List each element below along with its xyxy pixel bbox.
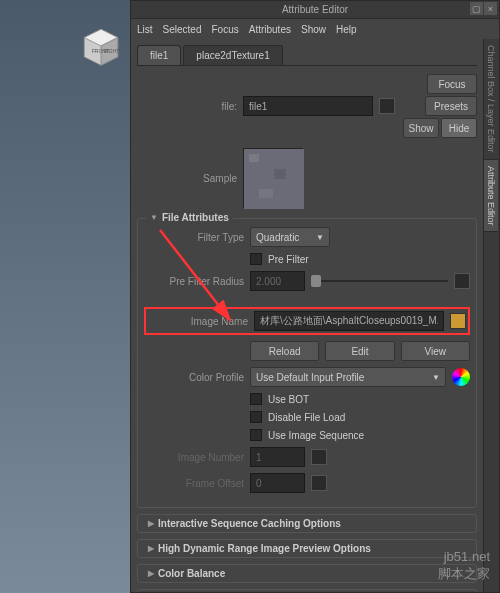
hide-button[interactable]: Hide xyxy=(441,118,477,138)
use-image-sequence-checkbox[interactable] xyxy=(250,429,262,441)
window-title: Attribute Editor xyxy=(282,4,348,15)
section-color-balance[interactable]: Color Balance xyxy=(137,564,477,583)
reload-button[interactable]: Reload xyxy=(250,341,319,361)
image-name-input[interactable] xyxy=(254,311,444,331)
file-node-icon[interactable] xyxy=(379,98,395,114)
filter-type-label: Filter Type xyxy=(144,232,244,243)
sample-label: Sample xyxy=(137,173,237,184)
pre-filter-radius-input xyxy=(250,271,305,291)
side-tabs: Channel Box / Layer Editor Attribute Edi… xyxy=(483,39,499,592)
pre-filter-label: Pre Filter xyxy=(268,254,309,265)
annotation-highlight: Image Name xyxy=(144,307,470,335)
view-cube[interactable]: FRONT RIGHT xyxy=(80,25,122,67)
menu-list[interactable]: List xyxy=(137,24,153,35)
window-close-icon[interactable]: × xyxy=(484,2,497,15)
pre-filter-radius-label: Pre Filter Radius xyxy=(144,276,244,287)
view-button[interactable]: View xyxy=(401,341,470,361)
section-effects[interactable]: Effects xyxy=(137,589,477,592)
image-number-input xyxy=(250,447,305,467)
color-profile-select[interactable]: Use Default Input Profile▼ xyxy=(250,367,446,387)
tab-place2dtexture1[interactable]: place2dTexture1 xyxy=(183,45,282,65)
file-attributes-section: File Attributes Filter Type Quadratic▼ P… xyxy=(137,218,477,508)
window-undock-icon[interactable]: ▢ xyxy=(470,2,483,15)
disable-file-load-checkbox[interactable] xyxy=(250,411,262,423)
menu-attributes[interactable]: Attributes xyxy=(249,24,291,35)
file-input[interactable] xyxy=(243,96,373,116)
attribute-editor-panel: Attribute Editor ▢ × List Selected Focus… xyxy=(130,0,500,593)
viewport-3d[interactable]: FRONT RIGHT xyxy=(0,0,130,593)
filter-type-select[interactable]: Quadratic▼ xyxy=(250,227,330,247)
use-bot-checkbox[interactable] xyxy=(250,393,262,405)
frame-offset-label: Frame Offset xyxy=(144,478,244,489)
edit-button[interactable]: Edit xyxy=(325,341,394,361)
svg-rect-7 xyxy=(274,169,286,179)
show-button[interactable]: Show xyxy=(403,118,439,138)
presets-button[interactable]: Presets xyxy=(425,96,477,116)
frame-offset-input xyxy=(250,473,305,493)
svg-rect-8 xyxy=(259,189,273,198)
color-wheel-icon[interactable] xyxy=(452,368,470,386)
sample-swatch[interactable] xyxy=(243,148,303,208)
menu-help[interactable]: Help xyxy=(336,24,357,35)
color-profile-label: Color Profile xyxy=(144,372,244,383)
svg-text:RIGHT: RIGHT xyxy=(104,48,120,54)
image-name-label: Image Name xyxy=(148,316,248,327)
connection-icon[interactable] xyxy=(454,273,470,289)
file-label: file: xyxy=(137,101,237,112)
image-number-label: Image Number xyxy=(144,452,244,463)
connection-icon[interactable] xyxy=(311,449,327,465)
pre-filter-checkbox[interactable] xyxy=(250,253,262,265)
menu-show[interactable]: Show xyxy=(301,24,326,35)
main-content: file1 place2dTexture1 file: Focus Preset… xyxy=(131,39,483,592)
menu-focus[interactable]: Focus xyxy=(211,24,238,35)
menu-bar: List Selected Focus Attributes Show Help xyxy=(131,19,499,39)
svg-rect-6 xyxy=(249,154,259,162)
section-iscaching[interactable]: Interactive Sequence Caching Options xyxy=(137,514,477,533)
section-header-file-attributes[interactable]: File Attributes xyxy=(146,212,233,223)
focus-button[interactable]: Focus xyxy=(427,74,477,94)
pre-filter-radius-slider[interactable] xyxy=(311,280,448,282)
connection-icon[interactable] xyxy=(311,475,327,491)
tab-file1[interactable]: file1 xyxy=(137,45,181,65)
node-tabs: file1 place2dTexture1 xyxy=(137,45,477,66)
folder-browse-icon[interactable] xyxy=(450,313,466,329)
vtab-channel-box[interactable]: Channel Box / Layer Editor xyxy=(484,39,498,160)
window-titlebar: Attribute Editor ▢ × xyxy=(131,1,499,19)
section-hdr[interactable]: High Dynamic Range Image Preview Options xyxy=(137,539,477,558)
vtab-attribute-editor[interactable]: Attribute Editor xyxy=(484,160,498,233)
menu-selected[interactable]: Selected xyxy=(163,24,202,35)
